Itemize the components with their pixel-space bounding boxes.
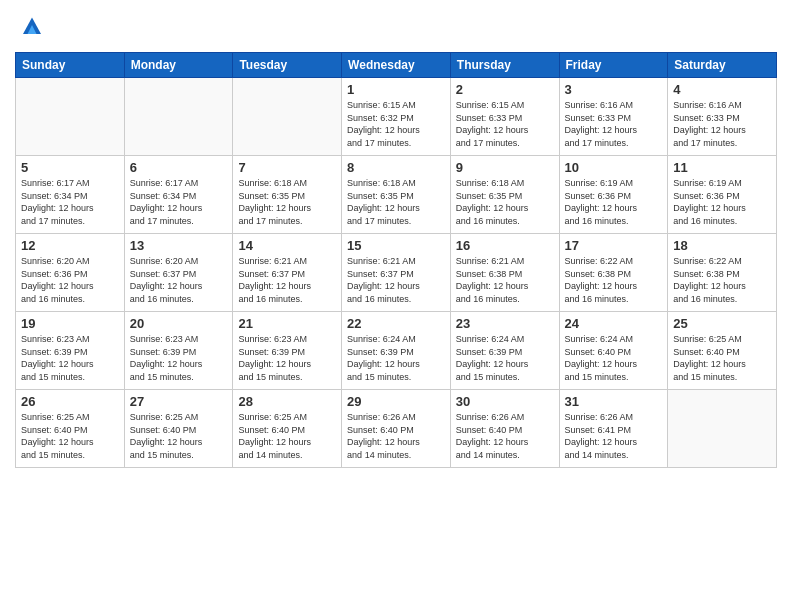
day-number: 17 bbox=[565, 238, 663, 253]
day-number: 2 bbox=[456, 82, 554, 97]
calendar-cell: 29Sunrise: 6:26 AM Sunset: 6:40 PM Dayli… bbox=[342, 390, 451, 468]
day-info: Sunrise: 6:15 AM Sunset: 6:33 PM Dayligh… bbox=[456, 99, 554, 149]
calendar-cell: 25Sunrise: 6:25 AM Sunset: 6:40 PM Dayli… bbox=[668, 312, 777, 390]
day-number: 10 bbox=[565, 160, 663, 175]
day-number: 18 bbox=[673, 238, 771, 253]
day-info: Sunrise: 6:21 AM Sunset: 6:38 PM Dayligh… bbox=[456, 255, 554, 305]
day-info: Sunrise: 6:17 AM Sunset: 6:34 PM Dayligh… bbox=[130, 177, 228, 227]
day-info: Sunrise: 6:24 AM Sunset: 6:40 PM Dayligh… bbox=[565, 333, 663, 383]
page-container: SundayMondayTuesdayWednesdayThursdayFrid… bbox=[0, 0, 792, 612]
calendar-cell: 15Sunrise: 6:21 AM Sunset: 6:37 PM Dayli… bbox=[342, 234, 451, 312]
day-number: 20 bbox=[130, 316, 228, 331]
day-info: Sunrise: 6:26 AM Sunset: 6:40 PM Dayligh… bbox=[347, 411, 445, 461]
day-info: Sunrise: 6:24 AM Sunset: 6:39 PM Dayligh… bbox=[456, 333, 554, 383]
header bbox=[15, 10, 777, 44]
day-info: Sunrise: 6:25 AM Sunset: 6:40 PM Dayligh… bbox=[21, 411, 119, 461]
day-number: 12 bbox=[21, 238, 119, 253]
day-info: Sunrise: 6:18 AM Sunset: 6:35 PM Dayligh… bbox=[238, 177, 336, 227]
day-number: 13 bbox=[130, 238, 228, 253]
day-info: Sunrise: 6:25 AM Sunset: 6:40 PM Dayligh… bbox=[673, 333, 771, 383]
weekday-header-sunday: Sunday bbox=[16, 53, 125, 78]
day-number: 1 bbox=[347, 82, 445, 97]
calendar-cell bbox=[124, 78, 233, 156]
day-number: 26 bbox=[21, 394, 119, 409]
day-info: Sunrise: 6:23 AM Sunset: 6:39 PM Dayligh… bbox=[21, 333, 119, 383]
day-number: 27 bbox=[130, 394, 228, 409]
day-info: Sunrise: 6:21 AM Sunset: 6:37 PM Dayligh… bbox=[238, 255, 336, 305]
calendar-cell: 27Sunrise: 6:25 AM Sunset: 6:40 PM Dayli… bbox=[124, 390, 233, 468]
calendar-cell: 14Sunrise: 6:21 AM Sunset: 6:37 PM Dayli… bbox=[233, 234, 342, 312]
day-info: Sunrise: 6:20 AM Sunset: 6:37 PM Dayligh… bbox=[130, 255, 228, 305]
day-number: 5 bbox=[21, 160, 119, 175]
day-number: 21 bbox=[238, 316, 336, 331]
weekday-header-wednesday: Wednesday bbox=[342, 53, 451, 78]
calendar-cell: 5Sunrise: 6:17 AM Sunset: 6:34 PM Daylig… bbox=[16, 156, 125, 234]
day-number: 14 bbox=[238, 238, 336, 253]
day-number: 19 bbox=[21, 316, 119, 331]
day-number: 24 bbox=[565, 316, 663, 331]
calendar-cell: 6Sunrise: 6:17 AM Sunset: 6:34 PM Daylig… bbox=[124, 156, 233, 234]
day-info: Sunrise: 6:23 AM Sunset: 6:39 PM Dayligh… bbox=[238, 333, 336, 383]
calendar-cell: 10Sunrise: 6:19 AM Sunset: 6:36 PM Dayli… bbox=[559, 156, 668, 234]
day-number: 8 bbox=[347, 160, 445, 175]
day-info: Sunrise: 6:19 AM Sunset: 6:36 PM Dayligh… bbox=[673, 177, 771, 227]
calendar-cell: 7Sunrise: 6:18 AM Sunset: 6:35 PM Daylig… bbox=[233, 156, 342, 234]
calendar-cell: 21Sunrise: 6:23 AM Sunset: 6:39 PM Dayli… bbox=[233, 312, 342, 390]
calendar-cell: 23Sunrise: 6:24 AM Sunset: 6:39 PM Dayli… bbox=[450, 312, 559, 390]
calendar-cell: 19Sunrise: 6:23 AM Sunset: 6:39 PM Dayli… bbox=[16, 312, 125, 390]
day-number: 30 bbox=[456, 394, 554, 409]
calendar-week-row: 5Sunrise: 6:17 AM Sunset: 6:34 PM Daylig… bbox=[16, 156, 777, 234]
weekday-header-friday: Friday bbox=[559, 53, 668, 78]
logo bbox=[15, 10, 47, 44]
day-number: 3 bbox=[565, 82, 663, 97]
day-info: Sunrise: 6:18 AM Sunset: 6:35 PM Dayligh… bbox=[347, 177, 445, 227]
weekday-header-tuesday: Tuesday bbox=[233, 53, 342, 78]
calendar-cell: 9Sunrise: 6:18 AM Sunset: 6:35 PM Daylig… bbox=[450, 156, 559, 234]
day-info: Sunrise: 6:18 AM Sunset: 6:35 PM Dayligh… bbox=[456, 177, 554, 227]
calendar-cell bbox=[233, 78, 342, 156]
day-info: Sunrise: 6:22 AM Sunset: 6:38 PM Dayligh… bbox=[565, 255, 663, 305]
day-number: 16 bbox=[456, 238, 554, 253]
calendar-cell: 22Sunrise: 6:24 AM Sunset: 6:39 PM Dayli… bbox=[342, 312, 451, 390]
day-info: Sunrise: 6:22 AM Sunset: 6:38 PM Dayligh… bbox=[673, 255, 771, 305]
calendar-week-row: 26Sunrise: 6:25 AM Sunset: 6:40 PM Dayli… bbox=[16, 390, 777, 468]
calendar-cell: 17Sunrise: 6:22 AM Sunset: 6:38 PM Dayli… bbox=[559, 234, 668, 312]
day-number: 31 bbox=[565, 394, 663, 409]
calendar-cell: 31Sunrise: 6:26 AM Sunset: 6:41 PM Dayli… bbox=[559, 390, 668, 468]
day-number: 4 bbox=[673, 82, 771, 97]
day-number: 11 bbox=[673, 160, 771, 175]
calendar-cell: 18Sunrise: 6:22 AM Sunset: 6:38 PM Dayli… bbox=[668, 234, 777, 312]
day-info: Sunrise: 6:26 AM Sunset: 6:41 PM Dayligh… bbox=[565, 411, 663, 461]
day-number: 9 bbox=[456, 160, 554, 175]
day-info: Sunrise: 6:20 AM Sunset: 6:36 PM Dayligh… bbox=[21, 255, 119, 305]
weekday-header-monday: Monday bbox=[124, 53, 233, 78]
day-info: Sunrise: 6:19 AM Sunset: 6:36 PM Dayligh… bbox=[565, 177, 663, 227]
calendar-cell: 3Sunrise: 6:16 AM Sunset: 6:33 PM Daylig… bbox=[559, 78, 668, 156]
day-number: 6 bbox=[130, 160, 228, 175]
day-info: Sunrise: 6:15 AM Sunset: 6:32 PM Dayligh… bbox=[347, 99, 445, 149]
weekday-header-thursday: Thursday bbox=[450, 53, 559, 78]
calendar-cell: 8Sunrise: 6:18 AM Sunset: 6:35 PM Daylig… bbox=[342, 156, 451, 234]
day-number: 15 bbox=[347, 238, 445, 253]
calendar-cell: 24Sunrise: 6:24 AM Sunset: 6:40 PM Dayli… bbox=[559, 312, 668, 390]
calendar-table: SundayMondayTuesdayWednesdayThursdayFrid… bbox=[15, 52, 777, 468]
calendar-cell bbox=[668, 390, 777, 468]
calendar-cell: 20Sunrise: 6:23 AM Sunset: 6:39 PM Dayli… bbox=[124, 312, 233, 390]
calendar-week-row: 1Sunrise: 6:15 AM Sunset: 6:32 PM Daylig… bbox=[16, 78, 777, 156]
calendar-cell: 12Sunrise: 6:20 AM Sunset: 6:36 PM Dayli… bbox=[16, 234, 125, 312]
day-info: Sunrise: 6:17 AM Sunset: 6:34 PM Dayligh… bbox=[21, 177, 119, 227]
day-number: 29 bbox=[347, 394, 445, 409]
weekday-header-saturday: Saturday bbox=[668, 53, 777, 78]
day-info: Sunrise: 6:23 AM Sunset: 6:39 PM Dayligh… bbox=[130, 333, 228, 383]
calendar-cell: 30Sunrise: 6:26 AM Sunset: 6:40 PM Dayli… bbox=[450, 390, 559, 468]
day-info: Sunrise: 6:16 AM Sunset: 6:33 PM Dayligh… bbox=[565, 99, 663, 149]
calendar-header-row: SundayMondayTuesdayWednesdayThursdayFrid… bbox=[16, 53, 777, 78]
day-info: Sunrise: 6:24 AM Sunset: 6:39 PM Dayligh… bbox=[347, 333, 445, 383]
day-number: 22 bbox=[347, 316, 445, 331]
calendar-cell bbox=[16, 78, 125, 156]
day-info: Sunrise: 6:16 AM Sunset: 6:33 PM Dayligh… bbox=[673, 99, 771, 149]
calendar-cell: 26Sunrise: 6:25 AM Sunset: 6:40 PM Dayli… bbox=[16, 390, 125, 468]
day-info: Sunrise: 6:26 AM Sunset: 6:40 PM Dayligh… bbox=[456, 411, 554, 461]
day-number: 25 bbox=[673, 316, 771, 331]
day-number: 7 bbox=[238, 160, 336, 175]
